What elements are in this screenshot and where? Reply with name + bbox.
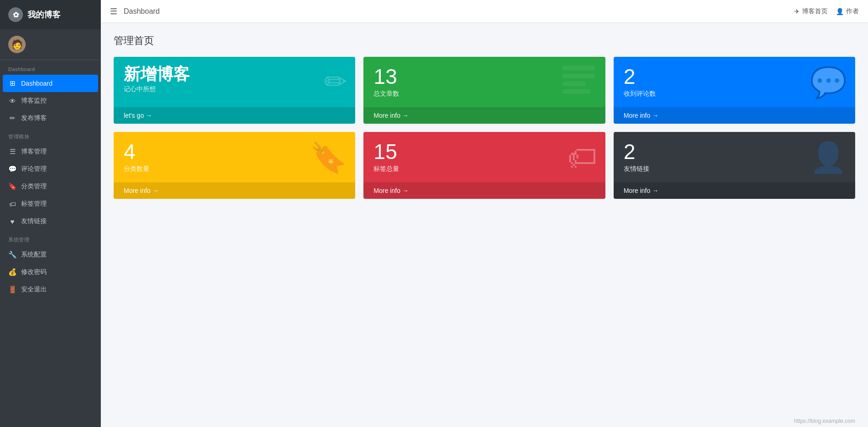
brand-title: 我的博客: [27, 9, 60, 20]
card-total-articles[interactable]: 13 总文章数 More info →: [363, 57, 605, 124]
topbar-title: Dashboard: [124, 7, 159, 16]
topbar: ☰ Dashboard ✈ 博客首页 👤 作者: [101, 0, 868, 23]
sidebar-item-category-mgr[interactable]: 🔖 分类管理: [0, 178, 101, 195]
logout-icon: 🚪: [8, 285, 16, 294]
card-number-total-comments: 2: [624, 66, 656, 87]
comment-mgr-icon: 💬: [8, 165, 16, 173]
page-title: 管理首页: [114, 34, 855, 48]
sidebar-item-sys-config[interactable]: 🔧 系统配置: [0, 246, 101, 263]
sidebar-section-mgmt: 管理模块: [0, 127, 101, 143]
card-text-tag-total: 15 标签总量: [374, 141, 399, 173]
sidebar-item-label: 安全退出: [21, 285, 47, 294]
change-pwd-icon: 💰: [8, 268, 16, 276]
sidebar-item-label: 修改密码: [21, 268, 47, 276]
card-number-category-count: 4: [124, 141, 149, 162]
sidebar-item-monitor[interactable]: 👁 博客监控: [0, 92, 101, 109]
menu-toggle-icon[interactable]: ☰: [110, 6, 117, 16]
card-subtitle-category-count: 分类数量: [124, 165, 149, 173]
card-tag-total[interactable]: 15 标签总量 🏷 More info →: [363, 132, 605, 199]
card-footer-new-blog[interactable]: let's go →: [114, 107, 355, 124]
card-footer-total-articles[interactable]: More info →: [363, 107, 605, 124]
sidebar-item-label: 标签管理: [21, 200, 47, 208]
blog-mgr-icon: ☰: [8, 148, 16, 156]
nav-blog-label: 博客首页: [802, 7, 828, 16]
card-total-comments[interactable]: 2 收到评论数 💬 More info →: [614, 57, 855, 124]
category-mgr-icon: 🔖: [8, 182, 16, 191]
card-friend-links[interactable]: 2 友情链接 👤 More info →: [614, 132, 855, 199]
card-footer-label-total-articles: More info →: [374, 112, 408, 119]
card-body-tag-total: 15 标签总量 🏷: [363, 132, 605, 182]
sidebar-brand: ✿ 我的博客: [0, 0, 101, 29]
sys-config-icon: 🔧: [8, 251, 16, 259]
card-body-total-articles: 13 总文章数: [363, 57, 605, 107]
content-area: 管理首页 新增博客 记心中所想 ✏ let's go →: [101, 23, 868, 415]
card-footer-label-tag-total: More info →: [374, 187, 408, 194]
card-subtitle-friend-links: 友情链接: [624, 165, 649, 173]
sidebar-item-logout[interactable]: 🚪 安全退出: [0, 281, 101, 298]
main-area: ☰ Dashboard ✈ 博客首页 👤 作者 管理首页 新增博客 记心中所想: [101, 0, 868, 427]
card-subtitle-tag-total: 标签总量: [374, 165, 399, 173]
card-body-category-count: 4 分类数量 🔖: [114, 132, 355, 182]
sidebar-item-link-mgr[interactable]: ♥ 友情链接: [0, 213, 101, 230]
sidebar-item-label: 博客管理: [21, 148, 47, 156]
user-icon: 👤: [836, 8, 844, 15]
sidebar-item-tag-mgr[interactable]: 🏷 标签管理: [0, 195, 101, 213]
card-text-friend-links: 2 友情链接: [624, 141, 649, 173]
topbar-right: ✈ 博客首页 👤 作者: [794, 7, 859, 16]
card-subtitle-new-blog: 记心中所想: [124, 85, 190, 93]
card-icon-total-comments: 💬: [810, 67, 847, 97]
card-footer-friend-links[interactable]: More info →: [614, 182, 855, 199]
sidebar-item-blog-mgr[interactable]: ☰ 博客管理: [0, 143, 101, 160]
page-footer: https://blog.example.com: [101, 415, 868, 427]
svg-rect-0: [563, 66, 595, 71]
svg-rect-3: [563, 89, 590, 94]
sidebar: ✿ 我的博客 🧑 Dashboard ⊞ Dashboard 👁 博客监控 ✏ …: [0, 0, 101, 427]
sidebar-item-label: 博客监控: [21, 97, 47, 105]
sidebar-item-label: 发布博客: [21, 114, 47, 122]
tag-mgr-icon: 🏷: [8, 200, 16, 208]
sidebar-item-publish[interactable]: ✏ 发布博客: [0, 109, 101, 127]
publish-icon: ✏: [8, 114, 16, 122]
card-footer-total-comments[interactable]: More info →: [614, 107, 855, 124]
card-icon-total-articles: [560, 64, 597, 101]
monitor-icon: 👁: [8, 97, 16, 105]
card-new-blog[interactable]: 新增博客 记心中所想 ✏ let's go →: [114, 57, 355, 124]
link-mgr-icon: ♥: [8, 218, 16, 225]
nav-blog-link[interactable]: ✈ 博客首页: [794, 7, 828, 16]
card-icon-category-count: 🔖: [310, 142, 347, 172]
brand-icon: ✿: [8, 7, 23, 22]
sidebar-item-label: Dashboard: [21, 80, 53, 87]
card-number-total-articles: 13: [374, 66, 399, 87]
card-footer-tag-total[interactable]: More info →: [363, 182, 605, 199]
sidebar-section-dashboard: Dashboard: [0, 60, 101, 75]
card-footer-category-count[interactable]: More info →: [114, 182, 355, 199]
card-footer-label-new-blog: let's go →: [124, 112, 152, 119]
footer-url: https://blog.example.com: [794, 418, 855, 424]
card-number-friend-links: 2: [624, 141, 649, 162]
avatar-section: 🧑: [0, 29, 101, 60]
card-footer-label-friend-links: More info →: [624, 187, 659, 194]
card-icon-new-blog: ✏: [324, 68, 347, 96]
card-text-total-articles: 13 总文章数: [374, 66, 399, 98]
card-body-new-blog: 新增博客 记心中所想 ✏: [114, 57, 355, 107]
card-category-count[interactable]: 4 分类数量 🔖 More info →: [114, 132, 355, 199]
sidebar-item-label: 友情链接: [21, 217, 47, 225]
sidebar-item-comment-mgr[interactable]: 💬 评论管理: [0, 160, 101, 178]
card-body-friend-links: 2 友情链接 👤: [614, 132, 855, 182]
topbar-left: ☰ Dashboard: [110, 6, 159, 16]
nav-author-link[interactable]: 👤 作者: [836, 7, 859, 16]
card-number-tag-total: 15: [374, 141, 399, 162]
sidebar-item-label: 分类管理: [21, 182, 47, 191]
sidebar-item-label: 系统配置: [21, 251, 47, 259]
card-number-new-blog: 新增博客: [124, 66, 190, 82]
svg-rect-2: [563, 82, 586, 86]
card-text-total-comments: 2 收到评论数: [624, 66, 656, 98]
card-text-category-count: 4 分类数量: [124, 141, 149, 173]
card-icon-tag-total: 🏷: [567, 142, 597, 172]
card-icon-friend-links: 👤: [810, 142, 847, 172]
svg-rect-1: [563, 74, 595, 78]
sidebar-item-dashboard[interactable]: ⊞ Dashboard: [3, 75, 98, 92]
card-text-new-blog: 新增博客 记心中所想: [124, 66, 190, 93]
sidebar-item-label: 评论管理: [21, 165, 47, 173]
sidebar-item-change-pwd[interactable]: 💰 修改密码: [0, 263, 101, 281]
